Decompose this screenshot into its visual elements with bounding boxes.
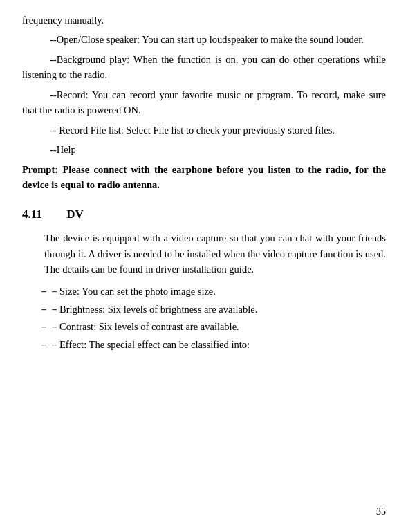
para-record-file: -- Record File list: Select File list to…	[22, 122, 386, 138]
para-open-close: --Open/Close speaker: You can start up l…	[22, 32, 386, 47]
section-title-text: DV	[66, 208, 84, 221]
opening-line: frequency manually.	[22, 12, 386, 28]
bullet-contrast: －－Contrast: Six levels of contrast are a…	[39, 319, 386, 334]
bullet-effect: －－Effect: The special effect can be clas…	[39, 337, 386, 352]
para-record: --Record: You can record your favorite m…	[22, 87, 386, 118]
page-number: 35	[376, 504, 386, 520]
page-content: frequency manually. --Open/Close speaker…	[22, 12, 386, 352]
para-help: --Help	[22, 142, 386, 157]
section-4-11-title: 4.11 DV	[22, 205, 386, 223]
section-number: 4.11	[22, 205, 64, 223]
para-background-play: --Background play: When the function is …	[22, 52, 386, 83]
bullet-size: －－Size: You can set the photo image size…	[39, 284, 386, 299]
dv-para-1: The device is equipped with a video capt…	[22, 230, 386, 277]
prompt-text: Prompt: Please connect with the earphone…	[22, 162, 386, 193]
bullet-brightness: －－Brightness: Six levels of brightness a…	[39, 302, 386, 317]
bullet-list: －－Size: You can set the photo image size…	[22, 284, 386, 352]
